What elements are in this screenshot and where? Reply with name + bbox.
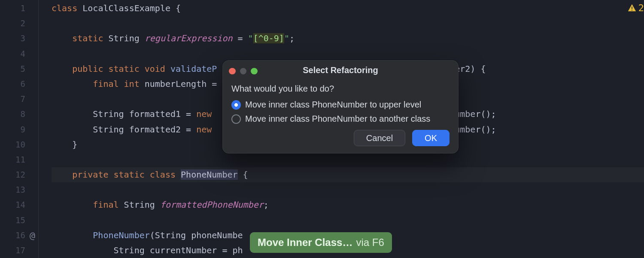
variable: currentNumber: [150, 245, 217, 255]
line-number: 3: [0, 31, 38, 46]
keyword: class: [52, 3, 77, 13]
line-number: 12: [0, 167, 38, 182]
line-number: 17: [0, 243, 38, 258]
radio-icon[interactable]: [231, 114, 241, 124]
action-hint: Move Inner Class… via F6: [250, 232, 392, 253]
line-number: 5: [0, 61, 38, 77]
brace: {: [243, 169, 248, 180]
line-number: 7: [0, 92, 38, 107]
line-number: 14: [0, 197, 38, 212]
problems-indicator[interactable]: 2: [627, 3, 644, 13]
keyword: public static void: [72, 64, 165, 74]
variable: formatted1: [129, 109, 181, 119]
brace: {: [176, 3, 181, 13]
line-number: 1: [0, 1, 38, 16]
field-name: formattedPhoneNumber: [160, 200, 264, 210]
hint-key: F6: [372, 236, 384, 248]
brace: }: [72, 139, 77, 150]
constructor-name: PhoneNumber: [93, 230, 149, 240]
close-icon[interactable]: [229, 68, 236, 75]
line-number: 15: [0, 213, 38, 228]
line-number: 9: [0, 122, 38, 137]
type: String: [93, 109, 124, 119]
line-number: 4: [0, 46, 38, 61]
line-gutter: 1 2 3 4 5 6 7 8 9 10 11 12 13 14 15 16 1…: [0, 0, 39, 258]
hint-action: Move Inner Class…: [258, 236, 352, 249]
operator: =: [212, 79, 217, 89]
code: umber();: [455, 124, 496, 135]
code: umber();: [455, 109, 496, 119]
operator: =: [186, 124, 191, 135]
dialog-title: Select Refactoring: [223, 65, 458, 75]
class-name: LocalClassExample: [82, 3, 170, 13]
keyword: static: [72, 33, 103, 43]
minimize-icon: [240, 68, 247, 75]
line-number: 11: [0, 152, 38, 167]
dialog-prompt: What would you like to do?: [231, 84, 450, 94]
line-number: 10: [0, 137, 38, 152]
string: ": [248, 33, 253, 43]
punct: ;: [289, 33, 295, 43]
svg-rect-0: [632, 6, 632, 9]
keyword: new: [196, 124, 212, 135]
keyword: new: [196, 109, 212, 119]
window-controls: [229, 68, 258, 75]
type: String: [155, 230, 186, 240]
class-name-selected[interactable]: PhoneNumber: [181, 169, 237, 180]
type: String: [124, 200, 155, 210]
string: ": [284, 33, 289, 43]
param: phoneNumbe: [191, 230, 243, 240]
line-number[interactable]: 16: [0, 228, 38, 243]
zoom-icon[interactable]: [251, 68, 258, 75]
svg-rect-1: [632, 9, 632, 10]
punct: ;: [264, 200, 269, 210]
keyword: final int: [93, 79, 139, 89]
variable: numberLength: [145, 79, 207, 89]
cancel-button[interactable]: Cancel: [354, 130, 405, 146]
problems-count: 2: [638, 3, 644, 13]
hint-via: via: [356, 236, 369, 248]
operator: =: [222, 245, 227, 255]
field-name: regularExpression: [145, 33, 233, 43]
radio-label: Move inner class PhoneNumber to another …: [245, 114, 430, 124]
warning-icon: [627, 3, 637, 13]
line-number: 13: [0, 182, 38, 197]
line-number: 6: [0, 77, 38, 92]
method-name: validateP: [170, 64, 217, 74]
radio-label: Move inner class PhoneNumber to upper le…: [245, 100, 421, 110]
radio-icon[interactable]: [231, 100, 241, 110]
line-number: 2: [0, 16, 38, 31]
variable: formatted2: [129, 124, 181, 135]
refactoring-dialog: Select Refactoring What would you like t…: [222, 60, 459, 154]
string-body: [^0-9]: [253, 33, 284, 43]
dialog-titlebar[interactable]: Select Refactoring: [223, 61, 458, 80]
type: String: [114, 245, 145, 255]
radio-move-another[interactable]: Move inner class PhoneNumber to another …: [231, 114, 450, 124]
radio-move-upper[interactable]: Move inner class PhoneNumber to upper le…: [231, 100, 450, 110]
line-number: 8: [0, 107, 38, 122]
punct: (: [150, 230, 155, 240]
ok-button[interactable]: OK: [412, 130, 450, 146]
operator: =: [186, 109, 191, 119]
type: String: [93, 124, 124, 135]
keyword: final: [93, 200, 118, 210]
code: ph: [232, 245, 243, 255]
keyword: private static class: [72, 169, 176, 180]
operator: =: [238, 33, 243, 43]
type: String: [108, 33, 139, 43]
